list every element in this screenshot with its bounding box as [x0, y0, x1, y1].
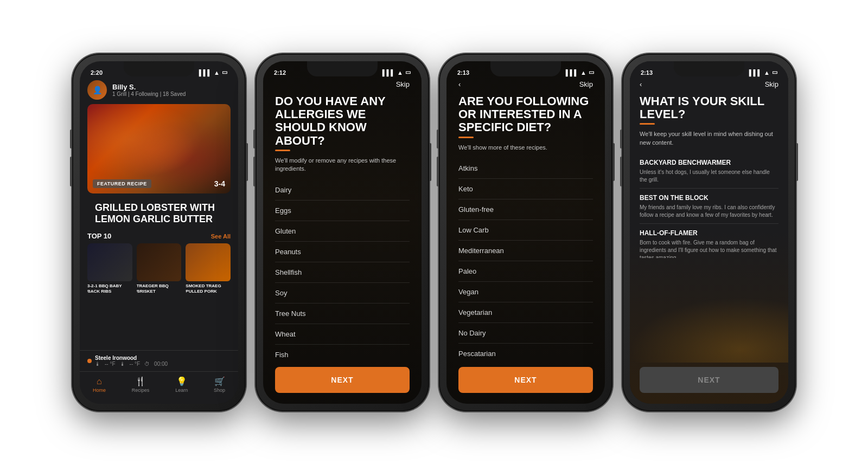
diet-options: Atkins Keto Gluten-free Low Carb Mediter…: [458, 158, 593, 363]
top10-item-1[interactable]: 3-2-1 BBQ BABY BACK RIBS: [87, 243, 132, 294]
diet-keto[interactable]: Keto: [458, 179, 593, 199]
diet-gluten-free[interactable]: Gluten-free: [458, 199, 593, 220]
hero-image[interactable]: FEATURED RECIPE 3-4: [87, 104, 231, 193]
vol-down-btn-4: [620, 157, 622, 186]
phone-frame-2: 2:12 ▌▌▌ ▲ ▭ Skip DO YOU HAVE ANY ALLERG…: [256, 54, 429, 411]
hero-rating: 3-4: [214, 179, 225, 188]
allergies-question: DO YOU HAVE ANY ALLERGIES WE SHOULD KNOW…: [275, 95, 410, 147]
wifi-icon-3: ▲: [580, 69, 586, 76]
profile-bar[interactable]: 👤 Billy S. 1 Grill | 4 Following | 18 Sa…: [80, 78, 238, 104]
diet-pescatarian[interactable]: Pescatarian: [458, 344, 593, 363]
allergy-shellfish[interactable]: Shellfish: [275, 262, 410, 283]
diet-paleo[interactable]: Paleo: [458, 261, 593, 282]
allergies-next-btn[interactable]: NEXT: [275, 367, 410, 393]
allergy-peanuts[interactable]: Peanuts: [275, 242, 410, 262]
status-icons-3: ▌▌▌ ▲ ▭: [566, 69, 594, 76]
diet-low-carb[interactable]: Low Carb: [458, 220, 593, 241]
top10-label-1: 3-2-1 BBQ BABY BACK RIBS: [87, 281, 132, 294]
nav-learn-label: Learn: [175, 388, 188, 393]
vol-up-btn-2: [253, 130, 256, 148]
grill-temp2: -- °F: [130, 361, 141, 367]
side-btn: [246, 143, 248, 181]
avatar: 👤: [87, 80, 107, 100]
allergies-top-nav: Skip: [275, 78, 410, 88]
featured-badge: FEATURED RECIPE: [93, 179, 151, 188]
nav-learn[interactable]: 💡 Learn: [175, 376, 188, 393]
phones-container: 2:20 ▌▌▌ ▲ ▭ 👤 Billy S. 1 Gr: [72, 54, 796, 411]
diet-mediterranean[interactable]: Mediterranean: [458, 241, 593, 261]
skill-benchwarmer[interactable]: BACKYARD BENCHWARMER Unless it's hot dog…: [640, 153, 778, 189]
top10-item-2[interactable]: TRAEGER BBQ BRISKET: [137, 243, 182, 294]
top10-row: 3-2-1 BBQ BABY BACK RIBS TRAEGER BBQ BRI…: [80, 243, 238, 294]
top10-item-3[interactable]: SMOKED TRAEG PULLED PORK: [186, 243, 231, 294]
see-all-link[interactable]: See All: [211, 233, 231, 240]
diet-atkins[interactable]: Atkins: [458, 158, 593, 179]
allergy-fish[interactable]: Fish: [275, 345, 410, 363]
allergies-content: Skip DO YOU HAVE ANY ALLERGIES WE SHOULD…: [263, 78, 422, 404]
side-btn-4: [796, 143, 798, 181]
screen-4: 2:13 ▌▌▌ ▲ ▭ ‹ Skip WHAT IS YOUR SKILL L…: [630, 61, 788, 404]
skill-next-btn[interactable]: NEXT: [640, 367, 778, 393]
skill-top-nav: ‹ Skip: [640, 78, 778, 88]
skill-screen: 2:13 ▌▌▌ ▲ ▭ ‹ Skip WHAT IS YOUR SKILL L…: [630, 61, 788, 404]
skill-best-on-block-desc: My friends and family love my ribs. I ca…: [640, 204, 778, 219]
diet-vegan[interactable]: Vegan: [458, 282, 593, 302]
phone-3: 2:13 ▌▌▌ ▲ ▭ ‹ Skip ARE YOU FOLLOWING OR…: [439, 54, 612, 411]
skill-hall-of-flamer-desc: Born to cook with fire. Give me a random…: [640, 239, 778, 258]
skill-benchwarmer-name: BACKYARD BENCHWARMER: [640, 159, 778, 166]
nav-home-label: Home: [93, 388, 106, 393]
diet-no-dairy[interactable]: No Dairy: [458, 323, 593, 344]
profile-stats: 1 Grill | 4 Following | 18 Saved: [112, 91, 231, 97]
side-btn-3: [612, 143, 615, 181]
time-3: 2:13: [457, 69, 469, 76]
nav-shop[interactable]: 🛒 Shop: [214, 376, 225, 393]
signal-icon: ▌▌▌: [199, 69, 212, 76]
diet-next-btn[interactable]: NEXT: [458, 367, 593, 393]
diet-skip-btn[interactable]: Skip: [579, 80, 593, 88]
allergy-eggs[interactable]: Eggs: [275, 201, 410, 221]
thermometer-icon: 🌡: [95, 361, 100, 367]
time-4: 2:13: [641, 69, 653, 76]
grill-stats: 🌡 -- °F 🌡 -- °F ⏱ 00:00: [95, 361, 231, 367]
nav-recipes-label: Recipes: [132, 388, 150, 393]
allergy-wheat[interactable]: Wheat: [275, 324, 410, 345]
diet-back-btn[interactable]: ‹: [458, 80, 461, 88]
battery-icon-4: ▭: [772, 69, 777, 76]
vol-down-btn-3: [437, 157, 439, 186]
signal-icon-2: ▌▌▌: [382, 69, 395, 76]
bottom-nav: ⌂ Home 🍴 Recipes 💡 Learn 🛒: [80, 371, 238, 404]
allergy-dairy[interactable]: Dairy: [275, 180, 410, 201]
diet-vegetarian[interactable]: Vegetarian: [458, 302, 593, 323]
skill-best-on-block[interactable]: BEST ON THE BLOCK My friends and family …: [640, 189, 778, 224]
phone-2: 2:12 ▌▌▌ ▲ ▭ Skip DO YOU HAVE ANY ALLERG…: [256, 54, 429, 411]
profile-info: Billy S. 1 Grill | 4 Following | 18 Save…: [112, 83, 231, 97]
notch-2: [307, 61, 378, 76]
notch-3: [490, 61, 561, 76]
grill-bar: Steele Ironwood 🌡 -- °F 🌡 -- °F ⏱ 00:00: [80, 350, 238, 371]
nav-home[interactable]: ⌂ Home: [93, 377, 106, 393]
skill-back-btn[interactable]: ‹: [640, 80, 642, 88]
signal-icon-3: ▌▌▌: [566, 69, 578, 76]
battery-icon-3: ▭: [589, 69, 594, 76]
nav-recipes[interactable]: 🍴 Recipes: [132, 376, 150, 393]
thumb-2: [137, 243, 182, 281]
diet-screen: 2:13 ▌▌▌ ▲ ▭ ‹ Skip ARE YOU FOLLOWING OR…: [446, 61, 605, 404]
skill-hall-of-flamer[interactable]: HALL-OF-FLAMER Born to cook with fire. G…: [640, 224, 778, 258]
status-icons-2: ▌▌▌ ▲ ▭: [382, 69, 411, 76]
allergy-soy[interactable]: Soy: [275, 283, 410, 303]
phone-frame-4: 2:13 ▌▌▌ ▲ ▭ ‹ Skip WHAT IS YOUR SKILL L…: [622, 54, 796, 411]
phone-4: 2:13 ▌▌▌ ▲ ▭ ‹ Skip WHAT IS YOUR SKILL L…: [622, 54, 796, 411]
skill-skip-btn[interactable]: Skip: [765, 80, 778, 88]
diet-top-nav: ‹ Skip: [458, 78, 593, 88]
grill-name: Steele Ironwood: [95, 355, 231, 361]
skill-content: ‹ Skip WHAT IS YOUR SKILL LEVEL? We'll k…: [630, 78, 788, 404]
allergies-skip-btn[interactable]: Skip: [396, 80, 410, 88]
recipes-icon: 🍴: [135, 376, 146, 386]
diet-question: ARE YOU FOLLOWING OR INTERESTED IN A SPE…: [458, 95, 593, 134]
battery-icon: ▭: [222, 69, 227, 76]
skill-options: BACKYARD BENCHWARMER Unless it's hot dog…: [640, 153, 778, 258]
allergy-gluten[interactable]: Gluten: [275, 221, 410, 242]
diet-content: ‹ Skip ARE YOU FOLLOWING OR INTERESTED I…: [446, 78, 605, 404]
allergy-tree-nuts[interactable]: Tree Nuts: [275, 303, 410, 324]
thumb-1: [87, 243, 132, 281]
